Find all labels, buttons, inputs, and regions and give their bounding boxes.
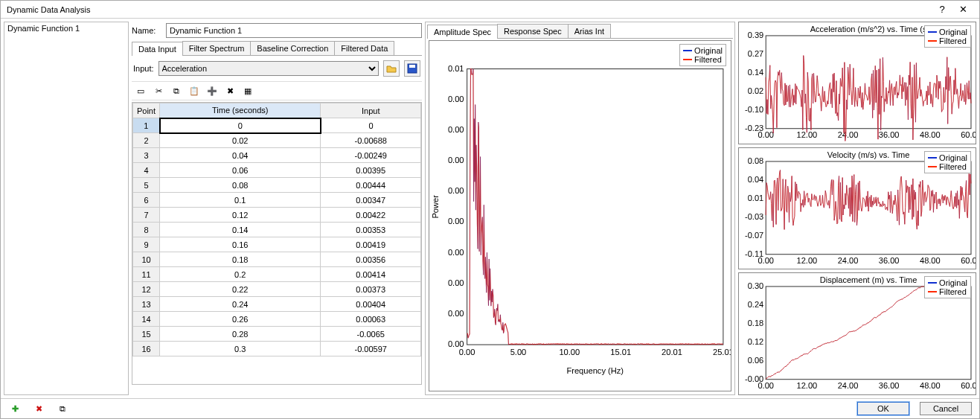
table-row[interactable]: 90.160.00419 — [133, 237, 421, 252]
svg-text:0.00: 0.00 — [758, 381, 774, 390]
svg-text:0.01: 0.01 — [748, 193, 764, 202]
chart-legend: Original Filtered — [679, 44, 726, 66]
ok-button[interactable]: OK — [857, 402, 909, 415]
svg-text:48.00: 48.00 — [920, 255, 941, 264]
svg-text:0.00: 0.00 — [448, 156, 464, 164]
input-label: Input: — [133, 64, 154, 73]
svg-text:25.01: 25.01 — [713, 348, 731, 356]
window-title: Dynamic Data Analysis — [7, 5, 932, 14]
svg-text:Displacement (m) vs. Time: Displacement (m) vs. Time — [820, 275, 917, 284]
svg-text:0.00: 0.00 — [448, 186, 464, 195]
table-row[interactable]: 70.120.00422 — [133, 208, 421, 223]
chart-legend: Original Filtered — [924, 276, 971, 298]
svg-text:12.00: 12.00 — [797, 381, 818, 390]
function-list-item[interactable]: Dynamic Function 1 — [7, 24, 125, 33]
svg-text:20.01: 20.01 — [662, 348, 682, 356]
svg-text:0.12: 0.12 — [748, 337, 764, 346]
data-grid[interactable]: PointTime (seconds)Input10020.02-0.00688… — [132, 102, 422, 385]
table-row[interactable]: 120.220.00373 — [133, 282, 421, 297]
svg-text:0.00: 0.00 — [448, 95, 464, 103]
svg-text:0.02: 0.02 — [748, 86, 764, 95]
table-row[interactable]: 40.060.00395 — [133, 163, 421, 178]
clear-icon[interactable]: ▦ — [241, 84, 254, 97]
table-row[interactable]: 30.04-0.00249 — [133, 148, 421, 163]
svg-text:-0.03: -0.03 — [745, 211, 763, 220]
dialog-footer: ✚ ✖ ⧉ OK Cancel — [1, 398, 979, 418]
svg-text:Velocity (m/s) vs. Time: Velocity (m/s) vs. Time — [827, 150, 909, 159]
tab-response-spec[interactable]: Response Spec — [497, 24, 569, 38]
side-charts: Acceleration (m/s^2) vs. Time (s-0.23-0.… — [738, 22, 976, 395]
add-function-button[interactable]: ✚ — [8, 402, 22, 415]
help-button[interactable]: ? — [932, 4, 952, 15]
svg-text:24.00: 24.00 — [838, 255, 859, 264]
table-row[interactable]: 160.3-0.00597 — [133, 342, 421, 356]
svg-text:0.24: 0.24 — [748, 300, 764, 309]
svg-text:0.00: 0.00 — [459, 348, 475, 356]
close-button[interactable]: ✕ — [952, 4, 973, 15]
svg-text:0.00: 0.00 — [758, 255, 774, 264]
svg-text:0.30: 0.30 — [748, 281, 764, 290]
svg-text:60.00: 60.00 — [961, 255, 976, 264]
svg-text:Acceleration (m/s^2) vs. Time : Acceleration (m/s^2) vs. Time (s — [810, 25, 927, 33]
table-row[interactable]: 130.240.00404 — [133, 297, 421, 312]
save-file-button[interactable] — [404, 60, 420, 77]
tab-arias-int[interactable]: Arias Int — [568, 24, 611, 38]
svg-text:0.06: 0.06 — [748, 356, 764, 365]
name-label: Name: — [132, 26, 161, 35]
save-icon — [407, 63, 417, 74]
insert-row-icon[interactable]: ➕ — [205, 84, 219, 97]
grid-header[interactable]: Point — [133, 103, 160, 118]
svg-text:0.00: 0.00 — [448, 125, 464, 134]
tab-filtered-data[interactable]: Filtered Data — [334, 41, 394, 55]
copy-function-button[interactable]: ⧉ — [56, 402, 69, 415]
grid-header[interactable]: Time (seconds) — [160, 103, 321, 118]
table-row[interactable]: 150.28-0.0065 — [133, 327, 421, 342]
table-row[interactable]: 140.260.00063 — [133, 312, 421, 327]
function-list[interactable]: Dynamic Function 1 — [4, 22, 129, 395]
tab-data-input[interactable]: Data Input — [132, 42, 183, 56]
velocity-chart: Velocity (m/s) vs. Time-0.11-0.07-0.030.… — [738, 147, 976, 270]
cancel-button[interactable]: Cancel — [920, 402, 972, 415]
table-row[interactable]: 110.20.00414 — [133, 267, 421, 282]
delete-function-button[interactable]: ✖ — [32, 402, 45, 415]
cut-icon[interactable]: ✂ — [152, 84, 165, 97]
table-row[interactable]: 80.140.00353 — [133, 223, 421, 237]
name-input[interactable] — [166, 23, 422, 38]
svg-text:24.00: 24.00 — [838, 130, 859, 139]
svg-rect-50 — [766, 287, 971, 380]
table-row[interactable]: 20.02-0.00688 — [133, 133, 421, 148]
tab-baseline-correction[interactable]: Baseline Correction — [250, 41, 335, 55]
tab-amplitude-spec[interactable]: Amplitude Spec — [427, 25, 498, 39]
svg-text:0.04: 0.04 — [748, 175, 764, 184]
table-row[interactable]: 60.10.00347 — [133, 193, 421, 208]
svg-text:36.00: 36.00 — [879, 130, 900, 139]
grid-header[interactable]: Input — [321, 103, 421, 118]
svg-text:0.18: 0.18 — [748, 319, 764, 327]
dialog-body: Dynamic Function 1 Name: Data Input Filt… — [1, 19, 979, 398]
select-icon[interactable]: ▭ — [134, 84, 147, 97]
svg-text:60.00: 60.00 — [961, 381, 976, 390]
svg-text:-0.10: -0.10 — [745, 105, 763, 114]
svg-text:Frequency (Hz): Frequency (Hz) — [566, 366, 624, 375]
table-row[interactable]: 100 — [133, 118, 421, 133]
svg-text:0.00: 0.00 — [448, 278, 464, 287]
acceleration-chart: Acceleration (m/s^2) vs. Time (s-0.23-0.… — [738, 22, 976, 144]
svg-text:0.00: 0.00 — [758, 130, 774, 139]
open-file-button[interactable] — [383, 60, 400, 77]
table-row[interactable]: 50.080.00444 — [133, 178, 421, 193]
table-row[interactable]: 100.180.00356 — [133, 252, 421, 267]
delete-row-icon[interactable]: ✖ — [223, 84, 237, 97]
svg-text:36.00: 36.00 — [879, 381, 900, 390]
input-type-select[interactable]: Acceleration — [158, 61, 379, 76]
paste-icon[interactable]: 📋 — [188, 84, 201, 97]
tab-filter-spectrum[interactable]: Filter Spectrum — [182, 41, 252, 55]
copy-icon[interactable]: ⧉ — [170, 84, 183, 97]
svg-text:0.08: 0.08 — [748, 156, 764, 165]
amplitude-chart: 0.000.000.000.000.000.000.000.000.000.01… — [429, 40, 731, 391]
chart-legend: Original Filtered — [924, 151, 971, 173]
svg-text:0.00: 0.00 — [448, 248, 464, 257]
svg-text:12.00: 12.00 — [797, 255, 818, 264]
svg-text:36.00: 36.00 — [879, 255, 900, 264]
dialog-window: Dynamic Data Analysis ? ✕ Dynamic Functi… — [0, 0, 980, 419]
svg-text:0.00: 0.00 — [448, 309, 464, 318]
